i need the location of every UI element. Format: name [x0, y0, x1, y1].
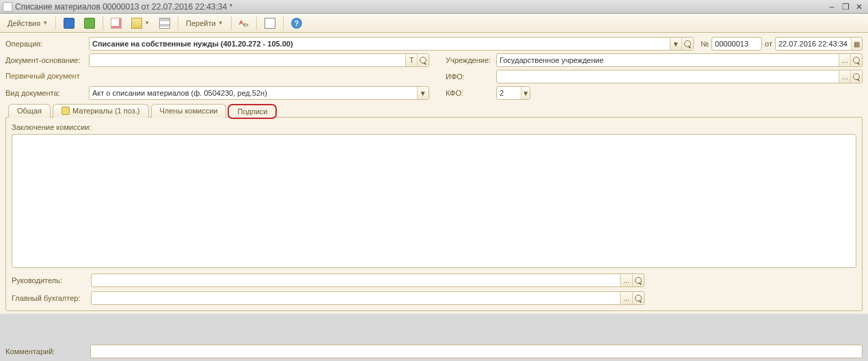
text-button[interactable]: T [405, 54, 417, 66]
separator [256, 16, 257, 30]
report-button[interactable] [261, 16, 279, 31]
dropdown-button[interactable]: ▼ [521, 87, 530, 99]
form-area: Операция: ▼ № от ▦ Документ-основание: T… [0, 33, 868, 314]
minimize-button[interactable]: – [826, 1, 838, 12]
dropdown-button[interactable]: ▼ [417, 87, 429, 99]
row-doctype-kfo: Вид документа: ▼ КФО: ▼ [5, 86, 863, 100]
institution-field[interactable]: … [496, 53, 863, 67]
ifo-field[interactable]: … [496, 70, 863, 83]
tab-general[interactable]: Общая [8, 104, 51, 118]
row-operation: Операция: ▼ № от ▦ [5, 37, 863, 51]
titlebar: Списание материалов 00000013 от 22.07.20… [0, 0, 868, 14]
chevron-down-icon: ▼ [144, 20, 150, 26]
toolbar: Действия ▼ ▼ Перейти ▼ АКт ? [0, 14, 868, 33]
chevron-down-icon: ▼ [218, 20, 223, 26]
refresh-button[interactable] [81, 16, 98, 31]
more-button[interactable]: … [620, 292, 632, 304]
tab-panel-signatures: Заключение комиссии: Руководитель: … Гла… [5, 117, 863, 311]
row-chief-acc: Главный бухгалтер: … [12, 291, 856, 305]
tab-commission-label: Члены комиссии [160, 107, 218, 115]
dropdown-button[interactable]: ▼ [670, 38, 681, 50]
search-button[interactable] [850, 54, 862, 66]
tree-button[interactable]: ▼ [128, 16, 153, 31]
conclusion-textarea[interactable] [12, 134, 856, 268]
tab-commission[interactable]: Члены комиссии [151, 104, 227, 118]
akt-icon: АКт [239, 19, 249, 27]
number-input[interactable] [712, 38, 761, 50]
tab-materials-label: Материалы (1 поз.) [72, 107, 140, 115]
doc-basis-field[interactable]: T [89, 53, 429, 67]
row-comment: Комментарий: [5, 345, 863, 358]
calendar-button[interactable]: ▦ [851, 38, 862, 50]
list-icon [159, 18, 170, 29]
label-comment: Комментарий: [5, 347, 86, 356]
comment-field[interactable] [90, 345, 863, 358]
ifo-input[interactable] [497, 70, 839, 83]
save-button[interactable] [60, 16, 78, 31]
report-icon [265, 18, 275, 29]
help-button[interactable]: ? [288, 16, 306, 31]
comment-input[interactable] [91, 345, 862, 358]
doc-icon [111, 18, 122, 29]
tab-signatures-label: Подписи [237, 107, 267, 116]
actions-menu[interactable]: Действия ▼ [4, 16, 51, 31]
head-input[interactable] [92, 274, 620, 286]
chief-acc-field[interactable]: … [91, 291, 645, 305]
tab-signatures[interactable]: Подписи [228, 105, 276, 118]
label-head: Руководитель: [12, 276, 87, 284]
kfo-input[interactable] [497, 87, 521, 99]
separator [103, 16, 103, 30]
label-institution: Учреждение: [446, 56, 493, 64]
institution-input[interactable] [497, 54, 839, 66]
chief-acc-input[interactable] [92, 292, 620, 304]
search-button[interactable] [681, 38, 693, 50]
goto-menu[interactable]: Перейти ▼ [182, 16, 227, 31]
section-primary-doc: Первичный документ [5, 72, 429, 81]
search-button[interactable] [850, 70, 862, 83]
more-button[interactable]: … [839, 54, 850, 66]
date-field[interactable]: ▦ [775, 37, 863, 51]
maximize-button[interactable]: ❐ [839, 1, 852, 12]
chevron-down-icon: ▼ [42, 20, 48, 26]
separator [55, 16, 56, 30]
list-button[interactable] [156, 16, 174, 31]
doc-basis-input[interactable] [90, 54, 405, 66]
materials-icon [62, 107, 70, 115]
row-primary-ifo: Первичный документ ИФО: … [5, 70, 863, 83]
label-doc-type: Вид документа: [5, 89, 86, 97]
search-button[interactable] [417, 54, 429, 66]
search-button[interactable] [632, 292, 644, 304]
label-number: № [701, 40, 709, 48]
label-doc-basis: Документ-основание: [5, 56, 86, 64]
close-button[interactable]: ✕ [853, 1, 865, 12]
row-basis-inst: Документ-основание: T Учреждение: … [5, 53, 863, 67]
save-icon [64, 18, 74, 29]
label-chief-acc: Главный бухгалтер: [12, 294, 87, 302]
tab-general-label: Общая [17, 107, 42, 115]
tab-materials[interactable]: Материалы (1 поз.) [53, 104, 149, 118]
label-from: от [765, 40, 772, 48]
doc-type-input[interactable] [90, 87, 417, 99]
label-kfo: КФО: [446, 89, 493, 97]
goto-label: Перейти [186, 19, 216, 27]
akt-button[interactable]: АКт [236, 16, 252, 31]
number-field[interactable] [711, 37, 762, 51]
label-ifo: ИФО: [446, 72, 493, 81]
operation-input[interactable] [90, 38, 670, 50]
tabs: Общая Материалы (1 поз.) Члены комиссии … [8, 104, 863, 118]
row-head: Руководитель: … [12, 273, 856, 287]
separator [231, 16, 232, 30]
label-conclusion: Заключение комиссии: [12, 123, 856, 131]
tree-icon [131, 18, 142, 29]
more-button[interactable]: … [839, 70, 850, 83]
date-input[interactable] [776, 38, 851, 50]
head-field[interactable]: … [91, 273, 645, 287]
separator [283, 16, 284, 30]
doc-type-field[interactable]: ▼ [89, 86, 429, 100]
kfo-field[interactable]: ▼ [496, 86, 530, 100]
operation-field[interactable]: ▼ [89, 37, 694, 51]
separator [178, 16, 178, 30]
more-button[interactable]: … [620, 274, 632, 286]
doc-button[interactable] [107, 16, 125, 31]
search-button[interactable] [632, 274, 644, 286]
